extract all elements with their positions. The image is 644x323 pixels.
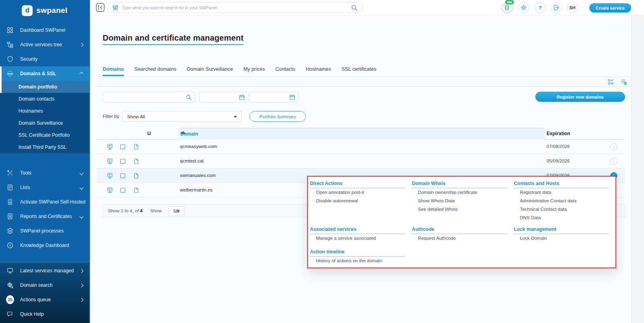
portfolio-summary-button[interactable]: Portfolio Summary <box>250 111 306 122</box>
tab-my-prices[interactable]: My prices <box>244 66 265 76</box>
menu-item-open-annotation[interactable]: Open annotation post-it <box>310 188 411 197</box>
sidebar-item-quick-help[interactable]: Quick Help <box>0 307 89 321</box>
tab-domains[interactable]: Domains <box>103 66 124 76</box>
logout-icon[interactable] <box>551 2 562 13</box>
globe-www-icon: www <box>6 70 14 77</box>
domain-name[interactable]: qcmtest.cat <box>180 158 204 163</box>
tab-contacts[interactable]: Contacts <box>275 66 295 76</box>
global-search-box <box>108 2 362 13</box>
section-title: Direct Actions <box>310 180 405 188</box>
sidebar-item-label: Domain search <box>20 282 53 288</box>
sidebar-item-security[interactable]: Security <box>0 52 89 66</box>
menu-item-see-detailed-whois[interactable]: See detailed Whois <box>411 205 513 214</box>
page-title: Domain and certificate management <box>103 33 244 45</box>
collapse-sidebar-button[interactable] <box>96 3 105 12</box>
date-from-input[interactable] <box>203 92 237 102</box>
swpanel-logo[interactable]: d swpanel <box>0 0 89 19</box>
row-actions-kebab-icon[interactable]: ⋮ <box>610 158 617 165</box>
view-options-strip <box>97 76 631 87</box>
menu-item-administrative-contact-data[interactable]: Administrative Contact data <box>514 197 615 205</box>
create-service-button[interactable]: Create service <box>589 3 631 12</box>
chevron-down-icon <box>80 185 84 189</box>
settings-gear-icon[interactable] <box>518 2 529 13</box>
checked-list-view-icon[interactable] <box>621 79 627 85</box>
sidebar-item-domain-portfolio[interactable]: Domain portfolio <box>0 81 89 93</box>
register-new-domains-button[interactable]: Register new domains <box>535 92 625 102</box>
sidebar-item-active-services-tree[interactable]: Active services tree <box>0 37 89 52</box>
row-checkbox[interactable] <box>120 158 126 165</box>
document-icon[interactable] <box>133 187 139 193</box>
sidebar-item-domain-search[interactable]: Domain search <box>0 278 89 292</box>
user-avatar[interactable]: SH <box>567 2 578 13</box>
sidebar-item-swpanel-processes[interactable]: SWPanel processes <box>0 224 89 238</box>
date-to-input[interactable] <box>254 92 288 102</box>
domain-filter-search-input[interactable] <box>106 92 184 102</box>
search-icon[interactable] <box>186 94 192 101</box>
row-checkbox[interactable] <box>120 144 126 150</box>
document-icon[interactable] <box>133 173 139 179</box>
menu-item-history-of-actions[interactable]: History of actions on the domain <box>310 257 411 265</box>
sidebar-item-domain-contacts[interactable]: Domain contacts <box>0 93 89 105</box>
filter-select[interactable]: Show All <box>122 111 242 122</box>
section-direct-actions: Direct Actions Open annotation post-it D… <box>310 180 411 226</box>
global-search-input[interactable] <box>122 2 347 12</box>
menu-item-dns-data[interactable]: DNS Data <box>514 214 615 222</box>
domain-name[interactable]: welbermartin.es <box>180 187 213 192</box>
menu-item-lock-domain[interactable]: Lock Domain <box>514 234 615 243</box>
detail-list-view-icon[interactable] <box>608 79 614 85</box>
self-hosted-icon <box>6 198 14 206</box>
menu-item-show-whois-data[interactable]: Show Whois Data <box>411 197 513 205</box>
sidebar-item-install-third-party-ssl[interactable]: Install Third Party SSL <box>0 141 89 153</box>
sidebar-item-actions-queue[interactable]: 25 Actions queue <box>0 292 89 307</box>
search-icon[interactable] <box>351 4 358 11</box>
menu-item-technical-contact-data[interactable]: Technical Contact data <box>514 205 615 214</box>
hosting-network-icon[interactable] <box>107 173 113 179</box>
domain-filter-search-box <box>103 92 195 103</box>
sidebar-item-activate-self-hosted[interactable]: Activate SWPanel Self-Hosted <box>0 195 89 209</box>
hosting-network-icon[interactable] <box>107 144 113 150</box>
pagination-summary: Show 1 to 4, of4 <box>108 208 142 213</box>
sidebar-item-hostnames[interactable]: Hostnames <box>0 105 89 117</box>
sidebar-item-label: Domain portfolio <box>19 84 57 90</box>
menu-item-ownership-certificate[interactable]: Domain ownership certificate <box>411 188 513 197</box>
hosting-network-icon[interactable] <box>107 187 113 193</box>
sidebar-item-reports-certificates[interactable]: Reports and Certificates <box>0 209 89 224</box>
calendar-icon[interactable] <box>239 94 245 101</box>
menu-item-registrant-data[interactable]: Registrant data <box>514 188 615 197</box>
tab-ssl-certificates[interactable]: SSL certificates <box>342 66 376 76</box>
tab-hostnames[interactable]: Hostnames <box>306 66 331 76</box>
domain-name[interactable]: qcmeasyweb.com <box>180 144 217 149</box>
sidebar-item-tools[interactable]: Tools <box>0 166 89 180</box>
row-checkbox[interactable] <box>120 187 126 193</box>
row-actions-kebab-icon[interactable]: ⋮ <box>610 143 617 150</box>
tab-domain-surveillance[interactable]: Domain Surveillance <box>187 66 233 76</box>
sidebar-item-latest-services[interactable]: Latest services managed <box>0 263 89 278</box>
section-title: Contacts and Hosts <box>514 180 609 188</box>
sort-ascending-icon[interactable] <box>180 131 186 134</box>
tab-searched-domains[interactable]: Searched domains <box>134 66 176 76</box>
sidebar-item-lists[interactable]: Lists <box>0 180 89 195</box>
menu-item-disable-autorenewal[interactable]: Disable autorenewal <box>310 197 411 205</box>
sidebar-item-domains-ssl[interactable]: www Domains & SSL <box>0 66 89 81</box>
section-title: Authcode <box>411 226 507 234</box>
help-icon[interactable]: ? <box>535 2 546 13</box>
menu-item-request-authcode[interactable]: Request Authcode <box>411 234 513 243</box>
sidebar-item-label: Quick Help <box>20 311 44 317</box>
chevron-right-icon <box>80 43 84 47</box>
sidebar-item-dashboard[interactable]: Dashboard SWPanel <box>0 23 89 37</box>
row-checkbox[interactable] <box>120 173 126 179</box>
calendar-icon[interactable] <box>289 94 295 101</box>
layers-icon <box>6 227 14 235</box>
document-icon[interactable] <box>133 144 139 150</box>
document-icon[interactable] <box>133 158 139 165</box>
domain-name[interactable]: swmanuales.com <box>180 173 216 178</box>
hosting-network-icon[interactable] <box>107 158 113 165</box>
sidebar-item-knowledge-dashboard[interactable]: ? Knowledge Dashboard <box>0 238 89 253</box>
sidebar-item-ssl-certificate-portfolio[interactable]: SSL Certificate Portfolio <box>0 129 89 141</box>
column-header-domain[interactable]: Domain <box>178 128 545 140</box>
page-size-select[interactable]: 50 <box>168 206 184 216</box>
sidebar-item-domain-surveillance[interactable]: Domain Surveillance <box>0 117 89 129</box>
menu-item-manage-service-associated[interactable]: Manage a service associated <box>310 234 411 243</box>
svg-text:www: www <box>7 73 12 75</box>
sidebar-item-label: Lists <box>20 185 30 190</box>
